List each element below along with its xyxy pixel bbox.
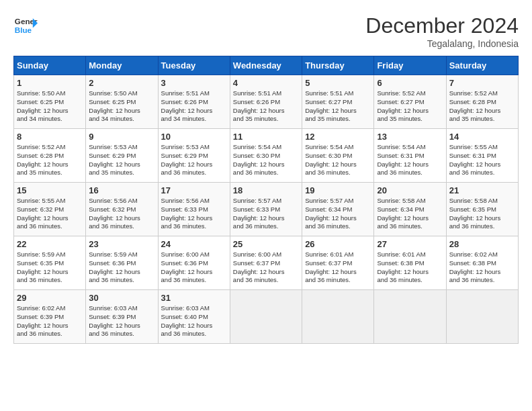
day-info: Sunrise: 5:57 AM Sunset: 6:34 PM Dayligh… — [305, 197, 371, 231]
day-info: Sunrise: 6:03 AM Sunset: 6:40 PM Dayligh… — [161, 304, 227, 338]
day-info: Sunrise: 5:58 AM Sunset: 6:34 PM Dayligh… — [377, 197, 443, 231]
day-number: 14 — [449, 132, 515, 142]
day-info: Sunrise: 6:00 AM Sunset: 6:37 PM Dayligh… — [233, 250, 299, 285]
day-number: 30 — [89, 293, 154, 303]
calendar-cell: 20Sunrise: 5:58 AM Sunset: 6:34 PM Dayli… — [374, 183, 446, 236]
day-info: Sunrise: 6:01 AM Sunset: 6:38 PM Dayligh… — [377, 250, 443, 285]
col-header-saturday: Saturday — [446, 56, 518, 75]
calendar-cell — [446, 290, 518, 344]
day-number: 4 — [233, 78, 299, 88]
day-number: 5 — [305, 78, 371, 88]
calendar-cell: 31Sunrise: 6:03 AM Sunset: 6:40 PM Dayli… — [158, 290, 230, 344]
day-number: 19 — [305, 185, 371, 195]
calendar-cell: 6Sunrise: 5:52 AM Sunset: 6:27 PM Daylig… — [374, 75, 446, 129]
day-info: Sunrise: 5:56 AM Sunset: 6:32 PM Dayligh… — [89, 197, 154, 231]
day-info: Sunrise: 5:53 AM Sunset: 6:29 PM Dayligh… — [89, 143, 154, 177]
day-number: 18 — [233, 185, 299, 195]
calendar-cell: 7Sunrise: 5:52 AM Sunset: 6:28 PM Daylig… — [446, 75, 518, 129]
calendar-cell: 3Sunrise: 5:51 AM Sunset: 6:26 PM Daylig… — [158, 75, 230, 129]
week-row-5: 29Sunrise: 6:02 AM Sunset: 6:39 PM Dayli… — [14, 290, 519, 344]
calendar-cell: 4Sunrise: 5:51 AM Sunset: 6:26 PM Daylig… — [230, 75, 302, 129]
calendar-title: December 2024 — [365, 13, 519, 38]
calendar-cell: 12Sunrise: 5:54 AM Sunset: 6:30 PM Dayli… — [302, 129, 374, 183]
svg-text:Blue: Blue — [15, 26, 32, 34]
calendar-cell: 5Sunrise: 5:51 AM Sunset: 6:27 PM Daylig… — [302, 75, 374, 129]
day-info: Sunrise: 5:59 AM Sunset: 6:36 PM Dayligh… — [89, 250, 154, 285]
col-header-tuesday: Tuesday — [158, 56, 230, 75]
col-header-sunday: Sunday — [14, 56, 86, 75]
day-info: Sunrise: 6:01 AM Sunset: 6:37 PM Dayligh… — [305, 250, 371, 285]
calendar-subtitle: Tegalalang, Indonesia — [365, 38, 519, 49]
logo: General Blue — [13, 13, 38, 38]
col-header-monday: Monday — [86, 56, 158, 75]
day-info: Sunrise: 6:02 AM Sunset: 6:39 PM Dayligh… — [17, 304, 83, 338]
day-number: 8 — [17, 132, 83, 142]
week-row-4: 22Sunrise: 5:59 AM Sunset: 6:35 PM Dayli… — [14, 236, 519, 290]
day-number: 6 — [377, 78, 443, 88]
calendar-cell: 24Sunrise: 6:00 AM Sunset: 6:36 PM Dayli… — [158, 236, 230, 290]
day-number: 21 — [449, 185, 515, 195]
calendar-cell: 26Sunrise: 6:01 AM Sunset: 6:37 PM Dayli… — [302, 236, 374, 290]
day-number: 26 — [305, 239, 371, 249]
day-number: 28 — [449, 239, 515, 249]
day-number: 9 — [89, 132, 154, 142]
calendar-cell: 17Sunrise: 5:56 AM Sunset: 6:33 PM Dayli… — [158, 183, 230, 236]
day-info: Sunrise: 5:59 AM Sunset: 6:35 PM Dayligh… — [17, 250, 83, 285]
day-number: 3 — [161, 78, 227, 88]
day-info: Sunrise: 5:58 AM Sunset: 6:35 PM Dayligh… — [449, 197, 515, 231]
day-number: 23 — [89, 239, 154, 249]
week-row-1: 1Sunrise: 5:50 AM Sunset: 6:25 PM Daylig… — [14, 75, 519, 129]
day-info: Sunrise: 6:03 AM Sunset: 6:39 PM Dayligh… — [89, 304, 154, 338]
day-info: Sunrise: 5:56 AM Sunset: 6:33 PM Dayligh… — [161, 197, 227, 231]
day-info: Sunrise: 6:02 AM Sunset: 6:38 PM Dayligh… — [449, 250, 515, 285]
calendar-cell: 16Sunrise: 5:56 AM Sunset: 6:32 PM Dayli… — [86, 183, 158, 236]
calendar-cell: 23Sunrise: 5:59 AM Sunset: 6:36 PM Dayli… — [86, 236, 158, 290]
col-header-wednesday: Wednesday — [230, 56, 302, 75]
calendar-cell: 9Sunrise: 5:53 AM Sunset: 6:29 PM Daylig… — [86, 129, 158, 183]
day-number: 13 — [377, 132, 443, 142]
day-number: 31 — [161, 293, 227, 303]
calendar-cell — [302, 290, 374, 344]
day-number: 27 — [377, 239, 443, 249]
calendar-cell: 8Sunrise: 5:52 AM Sunset: 6:28 PM Daylig… — [14, 129, 86, 183]
calendar-cell: 1Sunrise: 5:50 AM Sunset: 6:25 PM Daylig… — [14, 75, 86, 129]
day-info: Sunrise: 5:50 AM Sunset: 6:25 PM Dayligh… — [89, 89, 154, 124]
logo-icon: General Blue — [13, 13, 38, 38]
day-info: Sunrise: 5:52 AM Sunset: 6:28 PM Dayligh… — [449, 89, 515, 124]
day-info: Sunrise: 6:00 AM Sunset: 6:36 PM Dayligh… — [161, 250, 227, 285]
calendar-table: SundayMondayTuesdayWednesdayThursdayFrid… — [13, 56, 519, 344]
title-block: December 2024 Tegalalang, Indonesia — [365, 13, 519, 49]
day-number: 15 — [17, 185, 83, 195]
day-number: 20 — [377, 185, 443, 195]
calendar-cell: 19Sunrise: 5:57 AM Sunset: 6:34 PM Dayli… — [302, 183, 374, 236]
day-info: Sunrise: 5:54 AM Sunset: 6:30 PM Dayligh… — [233, 143, 299, 177]
day-info: Sunrise: 5:55 AM Sunset: 6:31 PM Dayligh… — [449, 143, 515, 177]
day-info: Sunrise: 5:55 AM Sunset: 6:32 PM Dayligh… — [17, 197, 83, 231]
calendar-cell: 15Sunrise: 5:55 AM Sunset: 6:32 PM Dayli… — [14, 183, 86, 236]
week-row-3: 15Sunrise: 5:55 AM Sunset: 6:32 PM Dayli… — [14, 183, 519, 236]
day-info: Sunrise: 5:52 AM Sunset: 6:28 PM Dayligh… — [17, 143, 83, 177]
calendar-cell: 29Sunrise: 6:02 AM Sunset: 6:39 PM Dayli… — [14, 290, 86, 344]
day-number: 17 — [161, 185, 227, 195]
day-info: Sunrise: 5:50 AM Sunset: 6:25 PM Dayligh… — [17, 89, 83, 124]
col-header-friday: Friday — [374, 56, 446, 75]
week-row-2: 8Sunrise: 5:52 AM Sunset: 6:28 PM Daylig… — [14, 129, 519, 183]
day-number: 22 — [17, 239, 83, 249]
calendar-cell — [374, 290, 446, 344]
calendar-cell: 11Sunrise: 5:54 AM Sunset: 6:30 PM Dayli… — [230, 129, 302, 183]
day-info: Sunrise: 5:51 AM Sunset: 6:26 PM Dayligh… — [233, 89, 299, 124]
calendar-cell: 14Sunrise: 5:55 AM Sunset: 6:31 PM Dayli… — [446, 129, 518, 183]
day-number: 16 — [89, 185, 154, 195]
calendar-cell: 22Sunrise: 5:59 AM Sunset: 6:35 PM Dayli… — [14, 236, 86, 290]
day-info: Sunrise: 5:57 AM Sunset: 6:33 PM Dayligh… — [233, 197, 299, 231]
calendar-cell: 21Sunrise: 5:58 AM Sunset: 6:35 PM Dayli… — [446, 183, 518, 236]
day-info: Sunrise: 5:51 AM Sunset: 6:26 PM Dayligh… — [161, 89, 227, 124]
day-info: Sunrise: 5:52 AM Sunset: 6:27 PM Dayligh… — [377, 89, 443, 124]
day-number: 25 — [233, 239, 299, 249]
calendar-cell: 18Sunrise: 5:57 AM Sunset: 6:33 PM Dayli… — [230, 183, 302, 236]
calendar-cell: 27Sunrise: 6:01 AM Sunset: 6:38 PM Dayli… — [374, 236, 446, 290]
calendar-cell: 2Sunrise: 5:50 AM Sunset: 6:25 PM Daylig… — [86, 75, 158, 129]
calendar-cell: 30Sunrise: 6:03 AM Sunset: 6:39 PM Dayli… — [86, 290, 158, 344]
day-number: 2 — [89, 78, 154, 88]
day-number: 1 — [17, 78, 83, 88]
